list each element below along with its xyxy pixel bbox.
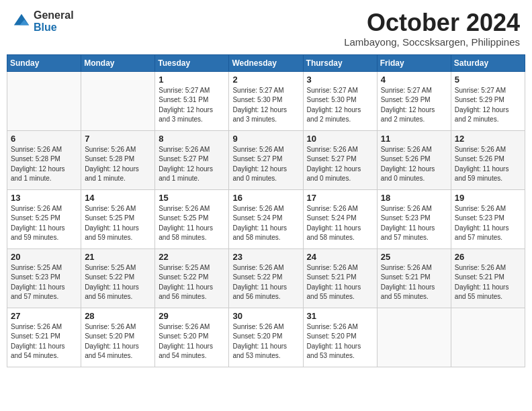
- calendar-cell: [377, 308, 451, 367]
- day-number: 29: [159, 311, 225, 321]
- calendar-cell: [7, 71, 81, 130]
- calendar-cell: 13Sunrise: 5:26 AM Sunset: 5:25 PM Dayli…: [7, 189, 81, 248]
- calendar-cell: 16Sunrise: 5:26 AM Sunset: 5:24 PM Dayli…: [229, 189, 303, 248]
- day-info: Sunrise: 5:26 AM Sunset: 5:21 PM Dayligh…: [307, 263, 373, 302]
- day-number: 2: [232, 75, 299, 85]
- calendar-cell: 27Sunrise: 5:26 AM Sunset: 5:21 PM Dayli…: [7, 308, 81, 367]
- calendar-cell: 18Sunrise: 5:26 AM Sunset: 5:23 PM Dayli…: [377, 189, 451, 248]
- day-number: 30: [232, 311, 299, 321]
- day-number: 11: [381, 134, 447, 144]
- day-header-friday: Friday: [377, 54, 451, 71]
- calendar-cell: 25Sunrise: 5:26 AM Sunset: 5:21 PM Dayli…: [377, 248, 451, 308]
- day-header-tuesday: Tuesday: [155, 54, 229, 71]
- day-number: 21: [85, 252, 151, 262]
- day-info: Sunrise: 5:26 AM Sunset: 5:24 PM Dayligh…: [307, 204, 373, 243]
- day-number: 5: [455, 75, 521, 85]
- calendar-cell: 10Sunrise: 5:26 AM Sunset: 5:27 PM Dayli…: [303, 130, 377, 189]
- day-info: Sunrise: 5:25 AM Sunset: 5:22 PM Dayligh…: [159, 263, 225, 302]
- day-number: 28: [85, 311, 151, 321]
- day-info: Sunrise: 5:26 AM Sunset: 5:20 PM Dayligh…: [85, 322, 151, 361]
- day-info: Sunrise: 5:26 AM Sunset: 5:23 PM Dayligh…: [455, 204, 521, 243]
- day-info: Sunrise: 5:26 AM Sunset: 5:28 PM Dayligh…: [85, 145, 151, 184]
- day-info: Sunrise: 5:26 AM Sunset: 5:25 PM Dayligh…: [11, 204, 77, 243]
- day-number: 18: [381, 193, 447, 203]
- day-number: 9: [232, 134, 299, 144]
- day-number: 1: [159, 75, 225, 85]
- day-info: Sunrise: 5:26 AM Sunset: 5:21 PM Dayligh…: [11, 322, 77, 361]
- day-info: Sunrise: 5:26 AM Sunset: 5:26 PM Dayligh…: [455, 145, 521, 184]
- logo-general: General: [34, 9, 74, 21]
- calendar-cell: [81, 71, 155, 130]
- week-row-1: 1Sunrise: 5:27 AM Sunset: 5:31 PM Daylig…: [7, 71, 525, 130]
- page-header: General Blue October 2024 Lambayong, Soc…: [7, 7, 525, 50]
- calendar-cell: 17Sunrise: 5:26 AM Sunset: 5:24 PM Dayli…: [303, 189, 377, 248]
- calendar-cell: [451, 308, 525, 367]
- day-number: 4: [381, 75, 447, 85]
- calendar-cell: 26Sunrise: 5:26 AM Sunset: 5:21 PM Dayli…: [451, 248, 525, 308]
- day-header-sunday: Sunday: [7, 54, 81, 71]
- day-info: Sunrise: 5:26 AM Sunset: 5:28 PM Dayligh…: [11, 145, 77, 184]
- calendar-cell: 20Sunrise: 5:25 AM Sunset: 5:23 PM Dayli…: [7, 248, 81, 308]
- logo-icon: [12, 12, 31, 31]
- day-info: Sunrise: 5:25 AM Sunset: 5:23 PM Dayligh…: [11, 263, 77, 302]
- day-number: 7: [85, 134, 151, 144]
- calendar-cell: 6Sunrise: 5:26 AM Sunset: 5:28 PM Daylig…: [7, 130, 81, 189]
- calendar-cell: 15Sunrise: 5:26 AM Sunset: 5:25 PM Dayli…: [155, 189, 229, 248]
- day-header-saturday: Saturday: [451, 54, 525, 71]
- week-row-4: 20Sunrise: 5:25 AM Sunset: 5:23 PM Dayli…: [7, 248, 525, 308]
- day-info: Sunrise: 5:26 AM Sunset: 5:27 PM Dayligh…: [232, 145, 299, 184]
- title-block: October 2024 Lambayong, Soccsksargen, Ph…: [344, 9, 520, 48]
- calendar-cell: 22Sunrise: 5:25 AM Sunset: 5:22 PM Dayli…: [155, 248, 229, 308]
- day-number: 8: [159, 134, 225, 144]
- calendar-cell: 21Sunrise: 5:25 AM Sunset: 5:22 PM Dayli…: [81, 248, 155, 308]
- calendar-cell: 19Sunrise: 5:26 AM Sunset: 5:23 PM Dayli…: [451, 189, 525, 248]
- calendar-cell: 23Sunrise: 5:26 AM Sunset: 5:22 PM Dayli…: [229, 248, 303, 308]
- day-info: Sunrise: 5:26 AM Sunset: 5:22 PM Dayligh…: [232, 263, 299, 302]
- day-number: 17: [307, 193, 373, 203]
- location-title: Lambayong, Soccsksargen, Philippines: [344, 36, 520, 48]
- day-number: 25: [381, 252, 447, 262]
- day-header-monday: Monday: [81, 54, 155, 71]
- calendar-cell: 30Sunrise: 5:26 AM Sunset: 5:20 PM Dayli…: [229, 308, 303, 367]
- calendar-cell: 1Sunrise: 5:27 AM Sunset: 5:31 PM Daylig…: [155, 71, 229, 130]
- day-header-thursday: Thursday: [303, 54, 377, 71]
- week-row-2: 6Sunrise: 5:26 AM Sunset: 5:28 PM Daylig…: [7, 130, 525, 189]
- day-info: Sunrise: 5:27 AM Sunset: 5:29 PM Dayligh…: [381, 86, 447, 125]
- calendar-cell: 24Sunrise: 5:26 AM Sunset: 5:21 PM Dayli…: [303, 248, 377, 308]
- logo-text: General Blue: [34, 9, 74, 33]
- day-number: 10: [307, 134, 373, 144]
- logo-blue: Blue: [34, 21, 57, 33]
- day-number: 3: [307, 75, 373, 85]
- day-number: 31: [307, 311, 373, 321]
- day-info: Sunrise: 5:25 AM Sunset: 5:22 PM Dayligh…: [85, 263, 151, 302]
- day-info: Sunrise: 5:26 AM Sunset: 5:21 PM Dayligh…: [381, 263, 447, 302]
- day-info: Sunrise: 5:26 AM Sunset: 5:27 PM Dayligh…: [307, 145, 373, 184]
- day-info: Sunrise: 5:26 AM Sunset: 5:20 PM Dayligh…: [307, 322, 373, 361]
- day-number: 12: [455, 134, 521, 144]
- day-info: Sunrise: 5:26 AM Sunset: 5:26 PM Dayligh…: [381, 145, 447, 184]
- day-info: Sunrise: 5:27 AM Sunset: 5:30 PM Dayligh…: [232, 86, 299, 125]
- calendar-cell: 14Sunrise: 5:26 AM Sunset: 5:25 PM Dayli…: [81, 189, 155, 248]
- day-number: 15: [159, 193, 225, 203]
- day-info: Sunrise: 5:26 AM Sunset: 5:25 PM Dayligh…: [85, 204, 151, 243]
- day-info: Sunrise: 5:26 AM Sunset: 5:20 PM Dayligh…: [232, 322, 299, 361]
- calendar-cell: 5Sunrise: 5:27 AM Sunset: 5:29 PM Daylig…: [451, 71, 525, 130]
- calendar-cell: 28Sunrise: 5:26 AM Sunset: 5:20 PM Dayli…: [81, 308, 155, 367]
- day-info: Sunrise: 5:26 AM Sunset: 5:20 PM Dayligh…: [159, 322, 225, 361]
- day-number: 6: [11, 134, 77, 144]
- day-number: 26: [455, 252, 521, 262]
- header-row: SundayMondayTuesdayWednesdayThursdayFrid…: [7, 54, 525, 71]
- day-info: Sunrise: 5:26 AM Sunset: 5:27 PM Dayligh…: [159, 145, 225, 184]
- day-info: Sunrise: 5:27 AM Sunset: 5:30 PM Dayligh…: [307, 86, 373, 125]
- calendar-cell: 29Sunrise: 5:26 AM Sunset: 5:20 PM Dayli…: [155, 308, 229, 367]
- calendar-cell: 11Sunrise: 5:26 AM Sunset: 5:26 PM Dayli…: [377, 130, 451, 189]
- month-title: October 2024: [344, 9, 520, 36]
- day-info: Sunrise: 5:26 AM Sunset: 5:24 PM Dayligh…: [232, 204, 299, 243]
- day-info: Sunrise: 5:26 AM Sunset: 5:25 PM Dayligh…: [159, 204, 225, 243]
- day-number: 23: [232, 252, 299, 262]
- day-number: 22: [159, 252, 225, 262]
- logo: General Blue: [12, 9, 74, 33]
- calendar-cell: 3Sunrise: 5:27 AM Sunset: 5:30 PM Daylig…: [303, 71, 377, 130]
- calendar-cell: 12Sunrise: 5:26 AM Sunset: 5:26 PM Dayli…: [451, 130, 525, 189]
- day-number: 14: [85, 193, 151, 203]
